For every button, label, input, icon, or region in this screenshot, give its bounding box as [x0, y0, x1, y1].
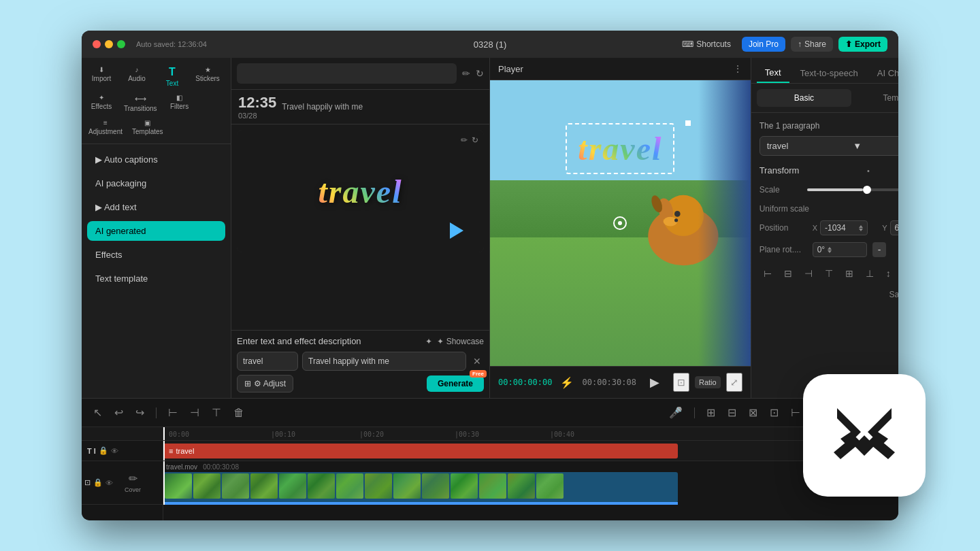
undo-button[interactable]: ↩ [111, 404, 127, 421]
film-frame-2 [193, 473, 220, 499]
tl-action-3[interactable]: ⊠ [745, 404, 761, 421]
card-refresh-button[interactable]: ↻ [472, 135, 478, 145]
rotate-handle[interactable] [613, 216, 627, 230]
menu-ai-generated[interactable]: AI generated [87, 221, 225, 241]
position-x-input[interactable]: -1034 [820, 220, 868, 235]
preview-card[interactable]: travel ✏ ↻ [237, 130, 484, 252]
join-pro-button[interactable]: Join Pro [742, 37, 785, 52]
shortcuts-button[interactable]: ⌨ Shortcuts [676, 37, 736, 52]
tl-action-1[interactable]: ⊞ [703, 404, 719, 421]
menu-effects[interactable]: Effects [87, 245, 225, 265]
selection-handle-tr[interactable] [685, 120, 691, 126]
close-button[interactable] [93, 40, 101, 48]
fullscreen-button[interactable]: ⊡ [673, 373, 689, 392]
position-y-input[interactable]: 6 [890, 220, 899, 235]
toolbar-templates[interactable]: ▣ Templates [128, 116, 167, 138]
x-spin-up[interactable] [859, 225, 863, 228]
tab-text-to-speech[interactable]: Text-to-speech [792, 63, 866, 83]
ai-text-field[interactable] [237, 352, 298, 371]
align-right-button[interactable]: ⊣ [800, 265, 817, 282]
align-chart-button[interactable]: ↕ [882, 265, 895, 282]
toolbar-audio[interactable]: ♪ Audio [120, 63, 154, 90]
refresh-icon-button[interactable]: ↻ [476, 68, 484, 79]
align-left-button[interactable]: ⊢ [760, 265, 776, 282]
text-eye-icon[interactable]: 👁 [111, 447, 118, 455]
edit-icon-button[interactable]: ✏ [462, 68, 470, 79]
sub-tab-basic[interactable]: Basic [757, 89, 852, 107]
uniform-scale-row: Uniform scale [760, 204, 898, 214]
generate-button[interactable]: Generate Free [427, 375, 484, 392]
cut-button[interactable]: ⊤ [208, 404, 225, 421]
window-title: 0328 (1) [474, 39, 506, 50]
sub-tab-templates[interactable]: Templates [854, 89, 898, 107]
player-controls: 00:00:00:00 ⚡ 00:00:30:08 ▶ ⊡ Ratio ⤢ [490, 366, 751, 398]
toolbar-text[interactable]: T Text [155, 63, 189, 90]
x-spin-down[interactable] [859, 229, 863, 231]
split-button[interactable]: ⊢ [165, 404, 181, 421]
align-bottom-button[interactable]: ⊥ [862, 265, 878, 282]
play-button[interactable]: ▶ [647, 372, 662, 393]
toolbar-adjustment[interactable]: ≡ Adjustment [84, 116, 127, 138]
video-lock-icon[interactable]: 🔒 [93, 478, 103, 487]
cover-button[interactable]: ✏ Cover [116, 469, 150, 496]
video-track-label: travel.mov 00:00:30:08 [163, 461, 898, 472]
video-eye-icon[interactable]: 👁 [105, 479, 113, 487]
scale-slider[interactable] [807, 188, 898, 191]
expand-button[interactable]: ⤢ [726, 373, 742, 392]
video-track-clip[interactable] [163, 472, 678, 503]
text-lock-icon[interactable]: 🔒 [99, 446, 108, 455]
adjust-button[interactable]: ⊞ ⚙ Adjust [237, 375, 293, 393]
tl-action-2[interactable]: ⊟ [724, 404, 740, 421]
cursor-tool-button[interactable]: ↖ [90, 404, 105, 421]
menu-auto-captions[interactable]: ▶ Auto captions [87, 150, 225, 169]
export-button[interactable]: ⬆ Export [838, 37, 887, 52]
ai-close-button[interactable]: ✕ [470, 352, 484, 371]
timeline-ruler: 00:00 |00:10 |00:20 |00:30 |00:40 [163, 427, 898, 441]
right-panel: Text Text-to-speech AI Characters Basic … [751, 58, 898, 398]
minimize-button[interactable] [105, 40, 113, 48]
rotation-row: Plane rot.... 0° - [760, 242, 898, 257]
redo-button[interactable]: ↪ [132, 404, 148, 421]
tl-action-4[interactable]: ⊡ [766, 404, 782, 421]
right-tabs: Text Text-to-speech AI Characters [751, 58, 898, 84]
travel-overlay[interactable]: travel [566, 123, 674, 174]
toolbar-stickers[interactable]: ★ Stickers [191, 63, 225, 90]
left-panel: ⬇ Import ♪ Audio T Text ★ Stickers ✦ E [82, 58, 231, 398]
playhead[interactable] [163, 427, 165, 440]
rot-spin-down[interactable] [828, 250, 832, 253]
timeline-toolbar: ↖ ↩ ↪ ⊢ ⊣ ⊤ 🗑 🎤 ⊞ ⊟ ⊠ ⊡ ⊢ ⊣ ↺ ⊤ ⚙ [82, 399, 898, 427]
align-center-h-button[interactable]: ⊟ [780, 265, 796, 282]
delete-button[interactable]: 🗑 [230, 405, 248, 421]
tab-text[interactable]: Text [757, 63, 789, 83]
mic-button[interactable]: 🎤 [666, 404, 686, 421]
save-preset-button[interactable]: Save as preset [760, 287, 898, 302]
tab-ai-characters[interactable]: AI Characters [869, 63, 898, 83]
align-top-button[interactable]: ⊤ [821, 265, 837, 282]
showcase-button[interactable]: ✦ ✦ Showcase [425, 337, 484, 346]
cursor-icon [450, 222, 463, 239]
tl-action-5[interactable]: ⊢ [787, 404, 804, 421]
paragraph-dropdown[interactable]: travel ▼ [760, 136, 898, 156]
rotation-minus-button[interactable]: - [872, 242, 887, 257]
toolbar-transitions[interactable]: ⟷ Transitions [120, 91, 161, 115]
ai-desc-field[interactable] [302, 352, 466, 371]
card-edit-button[interactable]: ✏ [461, 135, 468, 145]
text-track-clip[interactable]: ≡ travel [163, 444, 678, 458]
toolbar-effects[interactable]: ✦ Effects [84, 91, 118, 115]
share-button[interactable]: ↑ Share [791, 37, 833, 52]
search-bar[interactable] [237, 63, 457, 84]
menu-text-template[interactable]: Text template [87, 269, 225, 288]
toolbar-filters[interactable]: ◧ Filters [163, 91, 197, 115]
align-center-v-button[interactable]: ⊞ [841, 265, 858, 282]
maximize-button[interactable] [117, 40, 125, 48]
toolbar-import[interactable]: ⬇ Import [84, 63, 118, 90]
split-alt-button[interactable]: ⊣ [186, 404, 203, 421]
rotation-input[interactable]: 0° [813, 242, 867, 257]
text-track-header: T I 🔒 👁 [82, 441, 163, 461]
app-icon-overlay [803, 374, 926, 497]
player-menu-icon[interactable]: ⋮ [733, 63, 742, 74]
menu-add-text[interactable]: ▶ Add text [87, 197, 225, 217]
rot-spin-up[interactable] [828, 247, 832, 250]
ratio-button[interactable]: Ratio [695, 376, 721, 388]
menu-ai-packaging[interactable]: AI packaging [87, 173, 225, 193]
